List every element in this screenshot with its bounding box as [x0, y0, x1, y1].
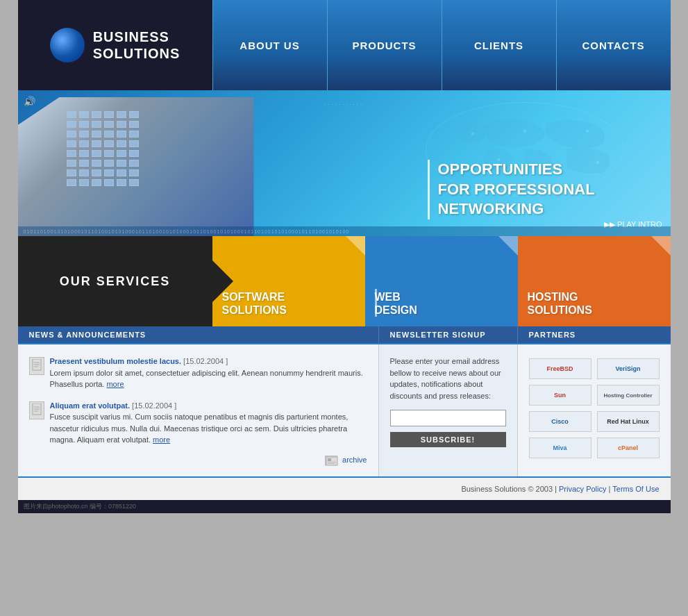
partner-sun[interactable]: Sun	[529, 385, 591, 406]
service-triangle-2	[498, 236, 518, 256]
partner-redhat[interactable]: Red Hat Linux	[597, 411, 660, 432]
service-triangle-1	[346, 236, 365, 256]
news-item-2: Aliquam erat volutpat. [15.02.2004 ] Fus…	[29, 400, 367, 446]
news-title-2[interactable]: Aliquam erat volutpat.	[50, 401, 131, 410]
logo-area: BUSINESS SOLUTIONS	[18, 0, 212, 90]
newsletter-section: Please enter your email address bellow t…	[379, 344, 518, 476]
newsletter-section-header: NEWSLETTER SIGNUP	[379, 326, 518, 343]
news-title-1[interactable]: Praesent vestibulum molestie lacus.	[50, 357, 182, 365]
footer-copyright: Business Solutions © 2003 |	[461, 485, 559, 493]
service-webdesign[interactable]: WEB DESIGN	[365, 236, 518, 326]
service-triangle-3	[651, 236, 671, 256]
nav-clients[interactable]: CLIENTS	[442, 0, 556, 90]
logo-text: BUSINESS SOLUTIONS	[93, 28, 181, 62]
watermark-text: 图片来自photophoto.cn 编号：07851220	[24, 503, 137, 510]
services-section: OUR SERVICES SOFTWARE SOLUTIONS WEB DESI…	[18, 236, 671, 326]
partner-hosting-ctrl[interactable]: Hosting Controller	[597, 385, 660, 406]
binary-strip: 0101101001010100010110100101010001011010…	[18, 226, 671, 236]
main-content: Praesent vestibulum molestie lacus. [15.…	[18, 343, 671, 476]
service-webdesign-label: WEB DESIGN	[375, 290, 508, 317]
hero-title-line2: FOR PROFESSIONAL NETWORKING	[438, 180, 671, 219]
nav-about-us[interactable]: ABOUT US	[212, 0, 327, 90]
news-icon-1	[29, 357, 44, 375]
svg-rect-15	[328, 458, 331, 461]
hero-dots: ...........	[324, 100, 364, 106]
news-section-header: NEWS & ANNOUNCEMENTS	[18, 326, 379, 343]
footer: Business Solutions © 2003 | Privacy Poli…	[18, 476, 671, 500]
partner-miva[interactable]: Miva	[529, 438, 591, 458]
services-arrow	[212, 260, 233, 302]
service-hosting[interactable]: HOSTING SOLUTIONS	[518, 236, 671, 326]
nav-contacts[interactable]: CONTACTS	[556, 0, 671, 90]
news-content-1: Praesent vestibulum molestie lacus. [15.…	[50, 356, 367, 390]
archive-icon	[325, 456, 337, 465]
bottom-watermark-bar: 图片来自photophoto.cn 编号：07851220	[18, 500, 671, 513]
partner-cpanel[interactable]: cPanel	[597, 438, 660, 458]
news-archive[interactable]: archive	[29, 456, 367, 465]
partners-section-header: PARTNERS	[518, 326, 671, 343]
news-more-1[interactable]: more	[106, 380, 124, 388]
subscribe-button[interactable]: SUBSCRIBE!	[390, 432, 506, 447]
newsletter-email-input[interactable]	[390, 410, 506, 426]
news-date-2: [15.02.2004 ]	[132, 401, 176, 410]
header: BUSINESS SOLUTIONS ABOUT US PRODUCTS CLI…	[18, 0, 671, 90]
nav-products[interactable]: PRODUCTS	[327, 0, 442, 90]
hero-section: 🔊 ...........	[18, 90, 671, 236]
hero-text-block: OPPORTUNITIES FOR PROFESSIONAL NETWORKIN…	[428, 160, 671, 219]
nav-area: ABOUT US PRODUCTS CLIENTS CONTACTS	[212, 0, 671, 90]
news-content-2: Aliquam erat volutpat. [15.02.2004 ] Fus…	[50, 400, 367, 446]
news-date-1: [15.02.2004 ]	[183, 357, 228, 365]
svg-rect-17	[328, 463, 335, 464]
svg-rect-16	[328, 462, 336, 463]
news-item-1: Praesent vestibulum molestie lacus. [15.…	[29, 356, 367, 390]
footer-privacy-link[interactable]: Privacy Policy	[559, 485, 606, 493]
our-services-label: OUR SERVICES	[18, 236, 212, 326]
partner-freebsd[interactable]: FreeBSD	[529, 358, 591, 379]
svg-point-3	[585, 130, 589, 133]
building-shape	[18, 97, 254, 236]
news-more-2[interactable]: more	[153, 435, 170, 444]
newsletter-description: Please enter your email address bellow t…	[390, 356, 506, 401]
news-section: Praesent vestibulum molestie lacus. [15.…	[18, 344, 379, 476]
hero-title-line1: OPPORTUNITIES	[438, 160, 671, 180]
building-windows	[67, 111, 139, 186]
service-software-label: SOFTWARE SOLUTIONS	[222, 290, 355, 317]
svg-point-2	[523, 130, 526, 133]
section-headers-row: NEWS & ANNOUNCEMENTS NEWSLETTER SIGNUP P…	[18, 326, 671, 343]
page-wrapper: BUSINESS SOLUTIONS ABOUT US PRODUCTS CLI…	[18, 0, 671, 513]
webdesign-bar	[375, 289, 377, 317]
footer-terms-link[interactable]: Terms Of Use	[612, 485, 659, 493]
partner-verisign[interactable]: VeriSign	[597, 358, 660, 379]
partners-section: FreeBSD VeriSign Sun Hosting Controller …	[518, 344, 671, 476]
partner-cisco[interactable]: Cisco	[529, 411, 591, 432]
service-hosting-label: HOSTING SOLUTIONS	[528, 290, 661, 317]
svg-point-1	[471, 132, 474, 135]
service-software[interactable]: SOFTWARE SOLUTIONS	[212, 236, 365, 326]
logo-globe	[50, 28, 85, 63]
news-icon-2	[29, 401, 44, 419]
hero-building	[18, 97, 254, 236]
partners-grid: FreeBSD VeriSign Sun Hosting Controller …	[529, 358, 660, 458]
